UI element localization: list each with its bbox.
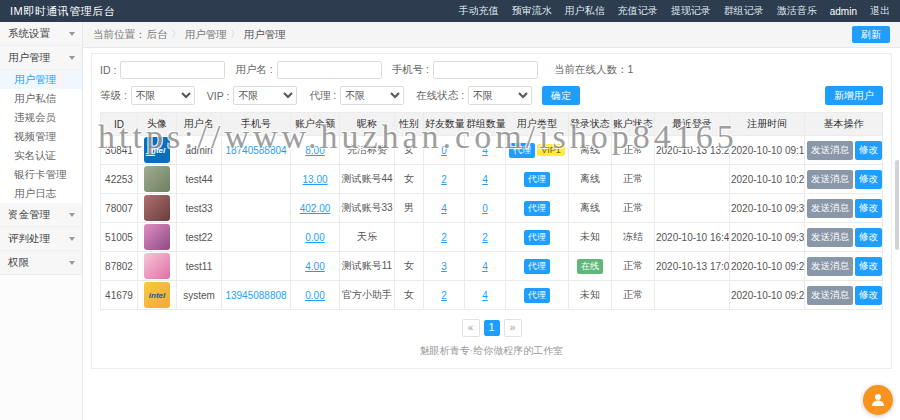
refresh-button[interactable]: 刷新 [852, 26, 890, 43]
groups-count-link[interactable]: 4 [482, 261, 488, 272]
topbar-menu-item[interactable]: 提现记录 [671, 4, 711, 18]
topbar-menu-item[interactable]: 手动充值 [459, 4, 499, 18]
sidebar-item[interactable]: 实名认证 [0, 146, 82, 165]
sidebar-item[interactable]: 用户管理 [0, 70, 82, 89]
page-number[interactable]: 1 [484, 320, 500, 336]
cell-id: 41679 [101, 281, 138, 310]
cell-actions: 发送消息修改删除 [805, 223, 883, 252]
friends-count-link[interactable]: 3 [441, 261, 447, 272]
edit-button[interactable]: 修改 [855, 257, 882, 276]
cell-last-login [655, 194, 730, 223]
cell-last-login: 2020-10-13 17:04 [655, 252, 730, 281]
send-message-button[interactable]: 发送消息 [807, 257, 853, 276]
friends-count-link[interactable]: 0 [441, 145, 447, 156]
cell-reg-time: 2020-10-10 09:34 [730, 194, 805, 223]
send-message-button[interactable]: 发送消息 [807, 228, 853, 247]
balance-link[interactable]: 4.00 [305, 261, 324, 272]
sidebar-group[interactable]: 资金管理 [0, 203, 82, 227]
phone-link[interactable]: 13945088808 [225, 290, 286, 301]
cell-last-login [655, 281, 730, 310]
phone-link[interactable]: 18740588804 [225, 145, 286, 156]
confirm-button[interactable]: 确定 [542, 86, 580, 105]
topbar-menu-item[interactable]: 群组记录 [724, 4, 764, 18]
cell-account-status: 正常 [612, 281, 655, 310]
cell-last-login: 2020-10-10 16:42 [655, 223, 730, 252]
edit-button[interactable]: 修改 [855, 228, 882, 247]
balance-link[interactable]: 8.00 [305, 145, 324, 156]
edit-button[interactable]: 修改 [855, 286, 882, 305]
column-header: 手机号 [222, 113, 291, 136]
topbar-menu-item[interactable]: 预审流水 [512, 4, 552, 18]
groups-count-link[interactable]: 4 [482, 290, 488, 301]
prev-page-button[interactable]: « [462, 319, 480, 337]
sidebar-item[interactable]: 银行卡管理 [0, 165, 82, 184]
breadcrumb-item[interactable]: 后台 [147, 28, 168, 42]
filter-select[interactable]: 不限 [468, 86, 532, 105]
filter-select[interactable]: 不限 [233, 86, 297, 105]
friends-count-link[interactable]: 2 [441, 174, 447, 185]
edit-button[interactable]: 修改 [855, 170, 882, 189]
groups-count-link[interactable]: 4 [482, 145, 488, 156]
cell-login-status: 离线 [569, 194, 612, 223]
cell-groups: 4 [465, 136, 506, 165]
groups-count-link[interactable]: 0 [482, 203, 488, 214]
groups-count-link[interactable]: 2 [482, 232, 488, 243]
friends-count-link[interactable]: 4 [441, 203, 447, 214]
breadcrumb-item[interactable]: 用户管理 [244, 28, 286, 42]
sidebar-group[interactable]: 权限 [0, 251, 82, 275]
cell-last-login: 2020-10-13 13:22 [655, 136, 730, 165]
cell-balance: 8.00 [291, 136, 340, 165]
edit-button[interactable]: 修改 [855, 199, 882, 218]
filter-select[interactable]: 不限 [340, 86, 404, 105]
friends-count-link[interactable]: 2 [441, 232, 447, 243]
topbar-menu-item[interactable]: 激活音乐 [777, 4, 817, 18]
balance-link[interactable]: 0.00 [305, 290, 324, 301]
friends-count-link[interactable]: 2 [441, 290, 447, 301]
sidebar-item[interactable]: 视频管理 [0, 127, 82, 146]
send-message-button[interactable]: 发送消息 [807, 141, 853, 160]
breadcrumb-item[interactable]: 用户管理 [185, 28, 227, 42]
cell-username: admin [177, 136, 222, 165]
topbar-menu: 手动充值预审流水用户私信充值记录提现记录群组记录激活音乐admin退出 [446, 4, 890, 18]
cell-username: test44 [177, 165, 222, 194]
filter-username-input[interactable] [277, 61, 382, 79]
next-page-button[interactable]: » [504, 319, 522, 337]
sidebar-group[interactable]: 用户管理 [0, 46, 82, 70]
add-user-button[interactable]: 新增用户 [825, 86, 883, 105]
filter-select[interactable]: 不限 [131, 86, 195, 105]
column-header: 账户状态 [612, 113, 655, 136]
sidebar-item[interactable]: 违规会员 [0, 108, 82, 127]
scrollbar-thumb[interactable] [895, 160, 899, 250]
topbar-menu-item[interactable]: 用户私信 [565, 4, 605, 18]
table-row: 87802test114.00测试账号11女34代理在线正常2020-10-13… [101, 252, 883, 281]
balance-link[interactable]: 0.00 [305, 232, 324, 243]
groups-count-link[interactable]: 4 [482, 174, 488, 185]
topbar-username[interactable]: admin [830, 6, 857, 17]
send-message-button[interactable]: 发送消息 [807, 170, 853, 189]
float-contact-button[interactable] [863, 385, 893, 415]
send-message-button[interactable]: 发送消息 [807, 199, 853, 218]
edit-button[interactable]: 修改 [855, 141, 882, 160]
logout-button[interactable]: 退出 [870, 4, 890, 18]
chevron-down-icon [69, 213, 75, 217]
cell-login-status: 离线 [569, 165, 612, 194]
cell-user-type: 代理 [506, 223, 569, 252]
filter-id-input[interactable] [120, 61, 225, 79]
send-message-button[interactable]: 发送消息 [807, 286, 853, 305]
topbar-menu-item[interactable]: 充值记录 [618, 4, 658, 18]
sidebar-group[interactable]: 系统设置 [0, 22, 82, 46]
table-row: 30841inteladmin187405888048.00完洁称赞女04代理V… [101, 136, 883, 165]
cell-id: 78007 [101, 194, 138, 223]
sidebar-group[interactable]: 评判处理 [0, 227, 82, 251]
cell-gender [395, 223, 424, 252]
cell-reg-time: 2020-10-10 09:21 [730, 281, 805, 310]
balance-link[interactable]: 13.00 [302, 174, 327, 185]
filter-phone-input[interactable] [433, 61, 538, 79]
cell-nickname: 测试账号33 [340, 194, 395, 223]
balance-link[interactable]: 402.00 [300, 203, 331, 214]
sidebar-item[interactable]: 用户私信 [0, 89, 82, 108]
cell-groups: 4 [465, 165, 506, 194]
sidebar-item[interactable]: 用户日志 [0, 184, 82, 203]
cell-reg-time: 2020-10-10 09:18 [730, 136, 805, 165]
cell-reg-time: 2020-10-10 10:21:00 [730, 165, 805, 194]
